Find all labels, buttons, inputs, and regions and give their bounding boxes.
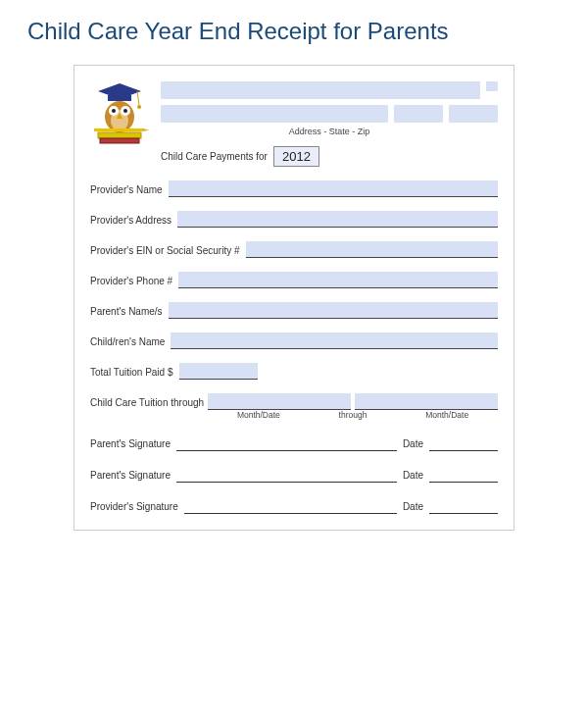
parent-signature-row-1: Parent's Signature Date [90,437,498,451]
provider-address-label: Provider's Address [90,214,172,228]
tuition-to-field[interactable] [355,393,498,410]
parent-signature-label-2: Parent's Signature [90,469,171,483]
parent-signature-field-2[interactable] [176,471,397,483]
parent-signature-field-1[interactable] [176,439,397,451]
parent-names-row: Parent's Name/s [90,302,498,319]
total-tuition-field[interactable] [179,363,258,380]
provider-phone-label: Provider's Phone # [90,275,172,288]
tuition-from-field[interactable] [208,393,351,410]
name-field[interactable] [161,81,480,99]
total-tuition-label: Total Tuition Paid $ [90,366,173,380]
address-label: Address - State - Zip [161,127,498,138]
tuition-through-row: Child Care Tuition through [90,393,498,410]
tuition-sublabels: Month/Date through Month/Date [208,410,498,420]
svg-point-8 [112,109,116,113]
svg-line-2 [137,91,139,105]
parent-names-label: Parent's Name/s [90,305,163,319]
page-title: Child Care Year End Receipt for Parents [0,0,588,45]
zip-field[interactable] [449,105,498,123]
document-header: Address - State - Zip Child Care Payment… [90,79,498,167]
provider-signature-field[interactable] [184,502,397,514]
date-label-2: Date [403,469,423,483]
provider-name-field[interactable] [169,180,498,197]
total-tuition-row: Total Tuition Paid $ [90,363,498,380]
date-field-1[interactable] [429,439,498,451]
children-name-label: Child/ren's Name [90,335,165,349]
date-field-2[interactable] [429,471,498,483]
svg-rect-11 [98,132,141,138]
year-field[interactable]: 2012 [273,146,319,167]
provider-name-row: Provider's Name [90,180,498,197]
address-bar-row [161,105,498,123]
parent-names-field[interactable] [169,302,498,319]
provider-signature-label: Provider's Signature [90,500,178,514]
provider-name-label: Provider's Name [90,183,163,197]
provider-ein-label: Provider's EIN or Social Security # [90,244,240,258]
provider-phone-field[interactable] [178,272,498,288]
svg-rect-12 [100,138,139,143]
children-name-row: Child/ren's Name [90,332,498,349]
corner-mark [486,81,498,91]
payments-row: Child Care Payments for 2012 [161,146,498,167]
tuition-through-label: Child Care Tuition through [90,396,204,410]
parent-signature-label-1: Parent's Signature [90,437,171,451]
svg-rect-13 [94,128,143,131]
state-field[interactable] [394,105,443,123]
provider-address-row: Provider's Address [90,211,498,228]
month-date-label-1: Month/Date [208,410,310,420]
provider-phone-row: Provider's Phone # [90,272,498,288]
through-label: through [310,410,397,420]
date-field-3[interactable] [429,502,498,514]
month-date-label-2: Month/Date [396,410,498,420]
provider-ein-row: Provider's EIN or Social Security # [90,241,498,258]
children-name-field[interactable] [171,332,498,349]
svg-point-9 [123,109,127,113]
svg-rect-1 [108,95,131,101]
date-label-1: Date [403,437,423,451]
svg-marker-14 [143,128,149,131]
date-label-3: Date [403,500,423,514]
provider-signature-row: Provider's Signature Date [90,500,498,514]
payments-label: Child Care Payments for [161,151,268,162]
address-field[interactable] [161,105,388,123]
owl-graduate-icon [90,79,149,150]
name-bar-row [161,81,498,99]
provider-address-field[interactable] [177,211,498,228]
svg-point-3 [137,105,141,109]
provider-ein-field[interactable] [246,241,498,258]
parent-signature-row-2: Parent's Signature Date [90,469,498,483]
receipt-document: Address - State - Zip Child Care Payment… [74,65,514,531]
